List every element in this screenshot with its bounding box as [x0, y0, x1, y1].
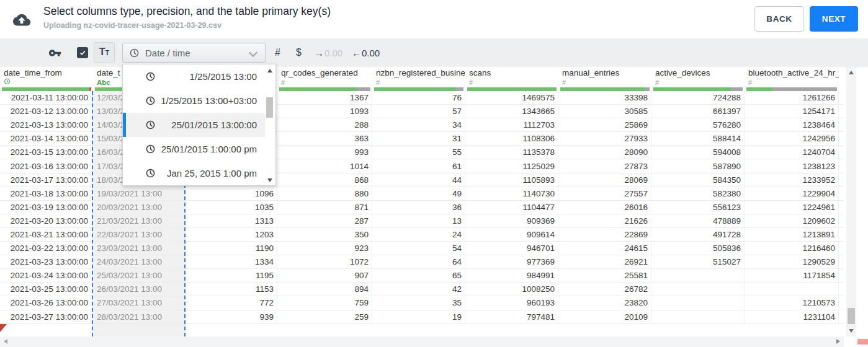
table-cell[interactable]: 909369 [465, 214, 558, 227]
table-cell[interactable]: 2021-03-23 13:00:00 [0, 255, 93, 268]
table-cell[interactable]: 1290529 [745, 255, 839, 268]
table-cell[interactable]: 1242956 [745, 132, 839, 145]
table-cell[interactable]: 515027 [651, 255, 745, 268]
type-option[interactable]: 1/25/2015 13:00+03:00 [123, 89, 275, 113]
table-cell[interactable]: 28/03/2021 13:00 [93, 310, 186, 323]
table-cell[interactable]: 28090 [558, 146, 651, 159]
text-case-button[interactable]: TT [94, 42, 115, 63]
menu-scrollbar[interactable] [265, 65, 275, 185]
table-cell[interactable]: 288 [277, 118, 372, 131]
table-cell[interactable]: 61 [372, 159, 465, 172]
table-cell[interactable]: 1008250 [465, 283, 558, 296]
table-cell[interactable]: 13 [372, 214, 465, 227]
table-cell[interactable]: 19 [372, 310, 465, 323]
table-cell[interactable] [651, 283, 745, 296]
table-cell[interactable]: 1125029 [465, 159, 558, 172]
table-cell[interactable]: 1469575 [465, 91, 558, 104]
table-cell[interactable]: 594008 [651, 146, 745, 159]
table-cell[interactable]: 478889 [651, 214, 745, 227]
table-cell[interactable]: 25581 [558, 269, 651, 282]
table-cell[interactable]: 556123 [651, 201, 745, 214]
table-cell[interactable]: 57 [372, 105, 465, 118]
scroll-down-arrow-icon[interactable] [849, 329, 854, 333]
table-cell[interactable]: 1195 [186, 269, 277, 282]
table-cell[interactable]: 19/03/2021 13:00 [93, 187, 186, 200]
table-cell[interactable]: 661397 [651, 105, 745, 118]
table-cell[interactable]: 993 [277, 146, 372, 159]
menu-scroll-up-arrow-icon[interactable] [267, 69, 272, 72]
table-cell[interactable]: 588414 [651, 132, 745, 145]
table-cell[interactable]: 587890 [651, 159, 745, 172]
table-cell[interactable]: 1229904 [745, 187, 839, 200]
column-header-active_devices[interactable]: active_devices# [651, 67, 745, 87]
table-cell[interactable]: 55 [372, 146, 465, 159]
table-cell[interactable]: 582380 [651, 187, 745, 200]
table-cell[interactable]: 2021-03-13 13:00:00 [0, 118, 93, 131]
table-cell[interactable]: 1112703 [465, 118, 558, 131]
table-cell[interactable]: 1210573 [745, 296, 839, 309]
table-cell[interactable]: 27933 [558, 132, 651, 145]
table-cell[interactable]: 2021-03-16 13:00:00 [0, 159, 93, 172]
table-cell[interactable]: 21626 [558, 214, 651, 227]
table-cell[interactable]: 25/03/2021 13:00 [93, 269, 186, 282]
next-button[interactable]: NEXT [810, 6, 858, 32]
scroll-right-arrow-icon[interactable] [836, 339, 840, 344]
table-cell[interactable]: 363 [277, 132, 372, 145]
table-cell[interactable]: 977369 [465, 255, 558, 268]
table-cell[interactable]: 1096 [186, 187, 277, 200]
table-cell[interactable]: 491728 [651, 228, 745, 241]
table-cell[interactable]: 1190 [186, 242, 277, 255]
table-cell[interactable] [651, 310, 745, 323]
table-cell[interactable]: 1343665 [465, 105, 558, 118]
table-cell[interactable]: 1238464 [745, 118, 839, 131]
table-cell[interactable]: 42 [372, 283, 465, 296]
table-cell[interactable]: 1108306 [465, 132, 558, 145]
table-cell[interactable]: 27/03/2021 13:00 [93, 296, 186, 309]
column-header-manual_entries[interactable]: manual_entries# [558, 67, 651, 87]
table-cell[interactable]: 939 [186, 310, 277, 323]
table-cell[interactable]: 505836 [651, 242, 745, 255]
currency-type-button[interactable]: $ [296, 38, 302, 67]
table-cell[interactable]: 54 [372, 242, 465, 255]
table-cell[interactable]: 1254171 [745, 105, 839, 118]
table-cell[interactable]: 22/03/2021 13:00 [93, 228, 186, 241]
table-cell[interactable]: 350 [277, 228, 372, 241]
column-type-dropdown[interactable]: Date / time [122, 43, 266, 63]
table-cell[interactable]: 1334 [186, 255, 277, 268]
table-cell[interactable]: 2021-03-26 13:00:00 [0, 296, 93, 309]
table-cell[interactable]: 1261266 [745, 91, 839, 104]
table-cell[interactable]: 1171854 [745, 269, 839, 282]
table-cell[interactable]: 1153 [186, 283, 277, 296]
table-cell[interactable]: 1209602 [745, 214, 839, 227]
column-header-date_time_from[interactable]: date_time_from [0, 67, 93, 87]
type-option[interactable]: 25/01/2015 1:00:00 pm [123, 137, 275, 161]
table-cell[interactable]: 960193 [465, 296, 558, 309]
column-header-scans[interactable]: scans# [465, 67, 558, 87]
table-cell[interactable]: 1072 [277, 255, 372, 268]
nullable-checkbox-checked[interactable] [77, 47, 88, 58]
table-cell[interactable]: 35 [372, 296, 465, 309]
table-cell[interactable]: 894 [277, 283, 372, 296]
table-cell[interactable] [651, 269, 745, 282]
table-cell[interactable]: 33398 [558, 91, 651, 104]
table-cell[interactable]: 1224961 [745, 201, 839, 214]
table-cell[interactable]: 27557 [558, 187, 651, 200]
column-header-qr_codes_generated[interactable]: qr_codes_generated# [277, 67, 372, 87]
back-button[interactable]: BACK [754, 6, 804, 32]
table-cell[interactable]: 759 [277, 296, 372, 309]
table-cell[interactable]: 1238123 [745, 159, 839, 172]
table-cell[interactable]: 23820 [558, 296, 651, 309]
table-cell[interactable]: 1240704 [745, 146, 839, 159]
table-cell[interactable]: 923 [277, 242, 372, 255]
table-cell[interactable]: 907 [277, 269, 372, 282]
table-cell[interactable]: 1093 [277, 105, 372, 118]
table-cell[interactable]: 65 [372, 269, 465, 282]
table-cell[interactable]: 772 [186, 296, 277, 309]
table-cell[interactable]: 1213891 [745, 228, 839, 241]
table-cell[interactable]: 1140730 [465, 187, 558, 200]
table-cell[interactable]: 27873 [558, 159, 651, 172]
table-cell[interactable]: 2021-03-24 13:00:00 [0, 269, 93, 282]
table-cell[interactable]: 26016 [558, 201, 651, 214]
table-cell[interactable]: 24/03/2021 13:00 [93, 255, 186, 268]
table-cell[interactable]: 1216460 [745, 242, 839, 255]
